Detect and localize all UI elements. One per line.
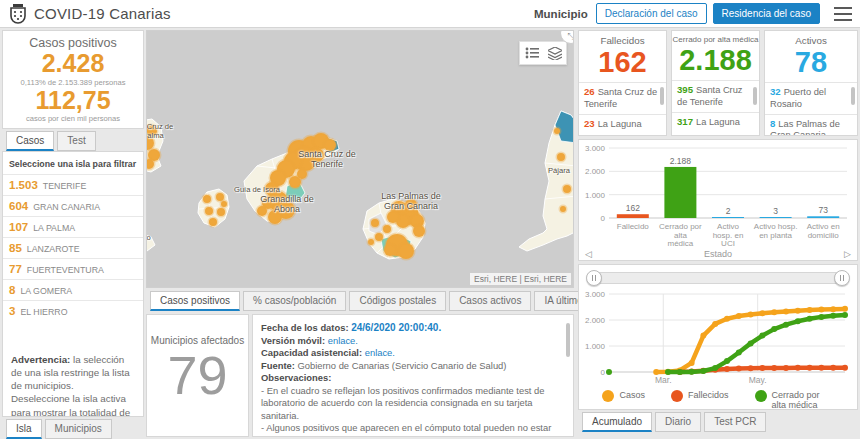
chart-tabs: Acumulado Diario Test PCR <box>582 412 766 432</box>
time-range-slider[interactable] <box>587 272 849 284</box>
declaracion-del-caso-button[interactable]: Declaración del caso <box>596 3 707 24</box>
legend-item-cerrado: Cerrado por alta médica <box>755 390 834 410</box>
fallecidos-value: 162 <box>579 46 666 79</box>
svg-text:2.188: 2.188 <box>670 156 692 166</box>
svg-text:3.000: 3.000 <box>585 290 606 299</box>
cerrado-alta-card: Cerrado por alta médica 2.188 395Santa C… <box>671 30 760 136</box>
estado-bar-chart-panel: 01.0002.0003.000162Fallecido2.188Cerrado… <box>578 139 858 261</box>
acumulado-line-chart: 01.0002.0003.000Mar.May. <box>579 286 855 386</box>
scrollbar[interactable] <box>753 87 757 105</box>
tab-acumulado[interactable]: Acumulado <box>582 412 652 432</box>
svg-text:162: 162 <box>626 203 640 213</box>
scrollbar[interactable] <box>851 87 855 105</box>
chart-carousel: ◁ Estado ▷ <box>579 248 857 260</box>
activos-card: Activos 78 32Puerto del Rosario 8Las Pal… <box>764 30 858 136</box>
fallecidos-card: Fallecidos 162 26Santa Cruz de Tenerife … <box>578 30 667 136</box>
svg-text:0: 0 <box>601 368 606 377</box>
tab-codigos-postales[interactable]: Códigos postales <box>349 291 446 311</box>
cerrado-value: 2.188 <box>672 44 759 77</box>
layers-icon[interactable] <box>548 47 562 60</box>
island-row-tenerife[interactable]: 1.503 TENERIFE <box>3 174 143 195</box>
dashboard-root: COVID-19 Canarias Municipio Declaración … <box>0 0 860 439</box>
municipios-afectados-panel: Municipios afectados 79 <box>146 314 249 437</box>
left-bottom-tabs: Isla Municipios <box>6 419 112 439</box>
menu-icon[interactable] <box>834 7 852 21</box>
casos-positivos-title: Casos positivos <box>3 36 143 50</box>
svg-text:2.000: 2.000 <box>585 316 606 325</box>
header-actions: Municipio Declaración del caso Residenci… <box>534 3 860 24</box>
estado-bar-chart: 01.0002.0003.000162Fallecido2.188Cerrado… <box>579 140 855 248</box>
casos-rate-caption: casos por cien mil personas <box>3 114 143 123</box>
svg-text:73: 73 <box>818 205 828 215</box>
scrollbar[interactable] <box>566 323 570 357</box>
list-item[interactable]: 26Santa Cruz de Tenerife <box>579 82 666 113</box>
svg-text:1.000: 1.000 <box>585 342 606 351</box>
svg-text:2.000: 2.000 <box>585 167 606 176</box>
svg-text:UCI: UCI <box>721 239 735 248</box>
carousel-prev-icon[interactable]: ◁ <box>585 250 592 259</box>
list-item[interactable]: 32Puerto del Rosario <box>765 82 857 113</box>
activos-value: 78 <box>765 46 857 79</box>
bar-3[interactable] <box>760 217 792 218</box>
bar-4[interactable] <box>807 216 839 218</box>
island-row-la-gomera[interactable]: 8 LA GOMERA <box>3 279 143 300</box>
island-filter-panel: Seleccione una isla para filtrar 1.503 T… <box>2 151 144 417</box>
casos-rate-value: 112,75 <box>3 87 143 115</box>
tab-pct-casos-poblacion[interactable]: % casos/población <box>243 291 346 311</box>
island-row-gran-canaria[interactable]: 604 GRAN CANARIA <box>3 195 143 216</box>
svg-text:3: 3 <box>773 206 778 216</box>
island-filter-title: Seleccione una isla para filtrar <box>3 152 143 174</box>
left-top-tabs: Casos Test <box>6 131 96 151</box>
observacion-2: - Algunos positivos que aparecen en el c… <box>261 422 563 437</box>
municipio-label: Municipio <box>534 8 588 20</box>
tab-test-pcr[interactable]: Test PCR <box>704 412 766 432</box>
list-item[interactable]: 8Las Palmas de Gran Canaria <box>765 114 857 136</box>
bar-2[interactable] <box>712 217 744 218</box>
island-row-la-palma[interactable]: 107 LA PALMA <box>3 216 143 237</box>
tab-isla[interactable]: Isla <box>6 419 42 439</box>
island-row-el-hierro[interactable]: 3 EL HIERRO <box>3 300 143 321</box>
tab-casos-activos[interactable]: Casos activos <box>449 291 531 311</box>
map-canvas <box>147 31 574 288</box>
residencia-del-caso-button[interactable]: Residencia del caso <box>713 3 821 24</box>
svg-text:3.000: 3.000 <box>585 144 606 153</box>
legend-item-casos: Casos <box>602 390 645 402</box>
map[interactable]: Santa Cruz de la Palma Guía de Isora San… <box>146 30 574 288</box>
island-row-lanzarote[interactable]: 85 LANZAROTE <box>3 237 143 258</box>
capacidad-link[interactable]: enlace. <box>365 347 395 358</box>
tab-test[interactable]: Test <box>57 131 95 151</box>
chart-legend: Casos Fallecidos Cerrado por alta médica <box>579 390 857 410</box>
line-series-2[interactable] <box>668 315 845 372</box>
slider-handle-left[interactable] <box>586 270 602 286</box>
casos-positivos-panel: Casos positivos 2.428 0,113% de 2.153.38… <box>2 30 144 129</box>
municipios-afectados-value: 79 <box>147 346 248 405</box>
tab-municipios[interactable]: Municipios <box>45 419 112 439</box>
slider-handle-right[interactable] <box>834 270 850 286</box>
x-axis-title: Estado <box>704 249 732 259</box>
fallecidos-dot-icon <box>671 390 683 402</box>
legend-item-fallecidos: Fallecidos <box>671 390 729 402</box>
bar-1[interactable] <box>664 167 696 218</box>
svg-text:Fallecido: Fallecido <box>617 222 650 231</box>
island-row-fuerteventura[interactable]: 77 FUERTEVENTURA <box>3 258 143 279</box>
scrollbar[interactable] <box>660 87 664 105</box>
header: COVID-19 Canarias Municipio Declaración … <box>0 0 860 28</box>
data-date: 24/6/2020 20:00:40. <box>351 322 441 333</box>
tab-diario[interactable]: Diario <box>655 412 701 432</box>
list-item[interactable]: 317La Laguna <box>672 112 759 132</box>
map-attribution: Esri, HERE | Esri, HERE <box>470 273 571 285</box>
cerrado-dot-icon <box>755 390 767 402</box>
carousel-next-icon[interactable]: ▷ <box>844 250 851 259</box>
svg-text:0: 0 <box>601 214 606 223</box>
mobile-version-link[interactable]: enlace. <box>328 335 358 346</box>
bar-0[interactable] <box>617 214 649 218</box>
legend-icon[interactable] <box>525 47 539 59</box>
svg-text:Mar.: Mar. <box>655 375 672 385</box>
list-item[interactable]: 395Santa Cruz de Tenerife <box>672 80 759 111</box>
tab-casos-positivos[interactable]: Casos positivos <box>150 291 240 311</box>
list-item[interactable]: 23La Laguna <box>579 114 666 134</box>
svg-text:1.000: 1.000 <box>585 191 606 200</box>
tab-casos[interactable]: Casos <box>6 131 54 151</box>
canarias-coat-of-arms-icon <box>10 4 26 24</box>
map-tabs: Casos positivos % casos/población Código… <box>150 291 633 311</box>
